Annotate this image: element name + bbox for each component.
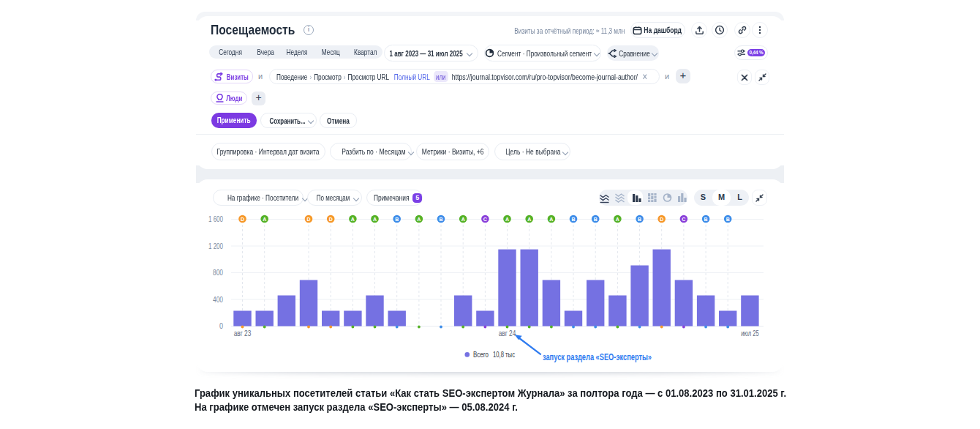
svg-text:C: C <box>483 217 487 222</box>
svg-text:A: A <box>616 217 619 222</box>
svg-text:запуск раздела «SEO-эксперты»: запуск раздела «SEO-эксперты» <box>543 352 652 362</box>
svg-text:10,8 тыс: 10,8 тыс <box>493 350 515 359</box>
svg-text:Всего: Всего <box>473 350 489 359</box>
svg-text:A: A <box>527 217 531 222</box>
svg-text:A: A <box>505 217 509 222</box>
svg-text:0: 0 <box>219 322 223 330</box>
svg-text:D: D <box>660 217 663 222</box>
svg-text:D: D <box>241 217 244 222</box>
svg-text:D: D <box>306 217 310 222</box>
svg-text:B: B <box>395 217 399 222</box>
svg-text:июл 25: июл 25 <box>741 329 759 337</box>
svg-text:авг 23: авг 23 <box>234 329 252 337</box>
svg-text:1 200: 1 200 <box>208 242 223 250</box>
svg-text:B: B <box>594 217 598 222</box>
svg-text:авг 24: авг 24 <box>499 329 516 337</box>
svg-text:A: A <box>373 217 377 222</box>
svg-text:1 600: 1 600 <box>208 215 223 223</box>
svg-text:400: 400 <box>213 296 223 304</box>
svg-text:A: A <box>461 217 465 222</box>
svg-text:D: D <box>329 217 333 222</box>
svg-text:B: B <box>704 217 708 222</box>
svg-text:A: A <box>549 217 553 222</box>
svg-text:800: 800 <box>213 269 223 277</box>
svg-text:B: B <box>571 217 575 222</box>
svg-text:B: B <box>638 217 641 222</box>
svg-text:C: C <box>682 217 685 222</box>
svg-text:A: A <box>417 217 421 222</box>
svg-text:A: A <box>263 217 266 222</box>
svg-text:B: B <box>726 217 730 222</box>
svg-text:B: B <box>439 217 442 222</box>
svg-text:A: A <box>351 217 355 222</box>
